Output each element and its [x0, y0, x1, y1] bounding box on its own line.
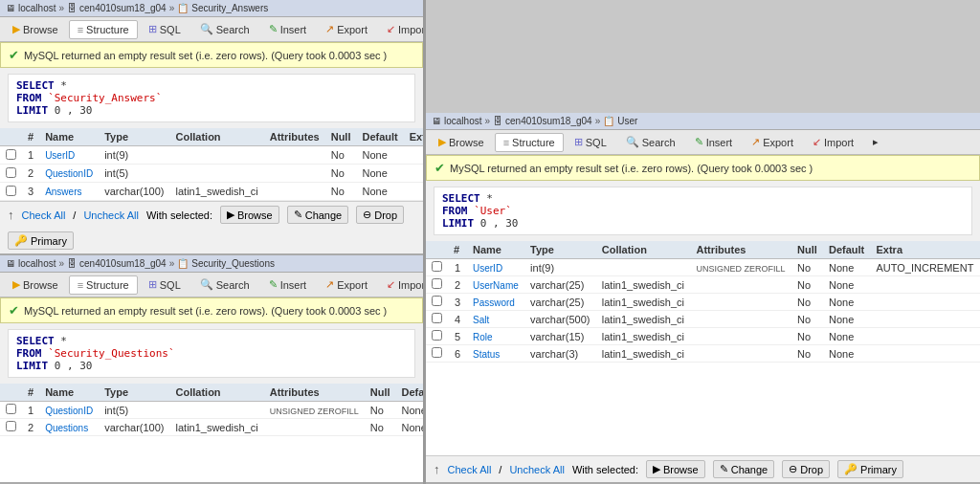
tab-insert-user[interactable]: ✎ Insert	[686, 132, 742, 152]
tab-sql-sq[interactable]: ⊞ SQL	[140, 275, 189, 295]
import-icon: ↙	[387, 23, 395, 35]
tab-browse-sq[interactable]: ▶ Browse	[4, 275, 67, 295]
structure-icon-user: ≡	[503, 137, 509, 148]
browse-icon: ▶	[12, 23, 20, 35]
uncheck-all-link-user[interactable]: Uncheck All	[509, 464, 564, 475]
insert-icon: ✎	[269, 23, 278, 35]
success-msg-sq: MySQL returned an empty result set (i.e.…	[24, 305, 387, 317]
tab-browse-user[interactable]: ▶ Browse	[430, 132, 493, 152]
search-icon-sq: 🔍	[200, 278, 213, 291]
tab-import-sq[interactable]: ↙ Import	[378, 275, 426, 295]
footer-change-btn-user[interactable]: ✎ Change	[713, 460, 775, 478]
with-selected-label-sa: With selected:	[146, 209, 212, 221]
row-checkbox-sq-2[interactable]	[6, 421, 16, 431]
table-row: 1 UserID int(9) No None ✎ Change ⊖	[0, 146, 423, 165]
row-checkbox-u1[interactable]	[432, 261, 442, 272]
footer-drop-btn-user[interactable]: ⊖ Drop	[782, 460, 830, 478]
footer-primary-btn-sa[interactable]: 🔑 Primary	[8, 231, 74, 250]
uncheck-all-link-sa[interactable]: Uncheck All	[83, 209, 138, 221]
browse-btn-icon: ▶	[227, 209, 234, 221]
table-section-sq: # Name Type Collation Attributes Null De…	[0, 384, 423, 482]
footer-primary-btn-user[interactable]: 🔑 Primary	[837, 460, 903, 478]
server-icon: 🖥	[6, 3, 15, 13]
row-name-u6: Status	[467, 345, 524, 363]
browse-btn-icon-user: ▶	[653, 463, 660, 475]
check-icon-sa: ✔	[9, 48, 19, 62]
row-num-u3: 3	[448, 294, 467, 311]
sql-block-sa: SELECT * FROM `Security_Answers` LIMIT 0…	[8, 74, 415, 122]
tab-sql-label-sq: SQL	[160, 279, 181, 291]
tab-insert-sq[interactable]: ✎ Insert	[260, 275, 316, 295]
tab-structure-user[interactable]: ≡ Structure	[495, 133, 564, 152]
check-all-link-user[interactable]: Check All	[448, 464, 492, 475]
row-checkbox-3[interactable]	[6, 186, 16, 196]
tab-import-user[interactable]: ↙ Import	[804, 132, 862, 152]
tab-structure-sq[interactable]: ≡ Structure	[69, 275, 138, 295]
row-num-3: 3	[22, 183, 39, 201]
footer-change-btn-sa[interactable]: ✎ Change	[287, 206, 349, 224]
tab-export-sq[interactable]: ↗ Export	[317, 275, 376, 295]
check-all-link-sa[interactable]: Check All	[22, 209, 66, 221]
sql-icon: ⊞	[148, 23, 157, 35]
footer-drop-btn-sa[interactable]: ⊖ Drop	[356, 206, 404, 224]
primary-btn-icon-user: 🔑	[844, 463, 858, 475]
row-attributes-u6	[691, 345, 792, 363]
tab-bar-user: ▶ Browse ≡ Structure ⊞ SQL 🔍 Search ✎ In…	[426, 130, 980, 155]
row-num-u1: 1	[448, 259, 467, 276]
row-checkbox-u4[interactable]	[432, 313, 442, 323]
row-type-u3: varchar(25)	[524, 294, 596, 311]
row-null-sq-1: No	[365, 402, 396, 419]
tab-browse-sa[interactable]: ▶ Browse	[4, 19, 67, 39]
tab-export-user[interactable]: ↗ Export	[743, 132, 802, 152]
panel-user: 🖥 localhost » 🗄 cen4010sum18_g04 » 📋 Use…	[426, 113, 980, 484]
tab-import-label: Import	[398, 24, 426, 35]
tab-search-sa[interactable]: 🔍 Search	[191, 19, 258, 39]
panel-security-answers: 🖥 localhost » 🗄 cen4010sum18_g04 » 📋 Sec…	[0, 0, 423, 255]
row-collation-u1	[596, 259, 691, 276]
col-type-header-user: Type	[524, 241, 596, 259]
row-checkbox-u5[interactable]	[432, 330, 442, 341]
export-icon: ↗	[325, 23, 334, 35]
structure-icon: ≡	[78, 24, 83, 35]
tab-sql-label-user: SQL	[586, 137, 607, 148]
tab-sql-sa[interactable]: ⊞ SQL	[140, 19, 189, 39]
sql-line1-sq: SELECT *	[16, 335, 407, 347]
sql-line3-sa: LIMIT 0 , 30	[16, 104, 407, 117]
check-icon-user: ✔	[434, 161, 445, 175]
footer-browse-btn-user[interactable]: ▶ Browse	[646, 460, 705, 478]
sql-line1-user: SELECT *	[442, 192, 964, 205]
row-default-u4: None	[823, 311, 871, 328]
breadcrumb-server: localhost	[18, 3, 56, 13]
tab-more-user[interactable]: ▸	[864, 132, 887, 152]
row-name-u4: Salt	[467, 311, 524, 328]
row-checkbox-1[interactable]	[6, 149, 16, 160]
table-header-user: # Name Type Collation Attributes Null De…	[426, 241, 980, 259]
col-name-header: Name	[39, 128, 99, 146]
tab-insert-sa[interactable]: ✎ Insert	[260, 19, 316, 39]
footer-browse-btn-sa[interactable]: ▶ Browse	[220, 206, 279, 224]
row-checkbox-2[interactable]	[6, 167, 16, 178]
row-checkbox-u3[interactable]	[432, 296, 442, 306]
tab-import-sa[interactable]: ↙ Import	[378, 19, 426, 39]
success-msg-user: MySQL returned an empty result set (i.e.…	[450, 163, 813, 174]
row-extra-u1: AUTO_INCREMENT	[871, 259, 981, 276]
insert-icon-user: ✎	[695, 136, 703, 148]
sql-block-sq: SELECT * FROM `Security_Questions` LIMIT…	[8, 329, 415, 378]
row-extra-u5	[871, 328, 981, 345]
row-num-u6: 6	[448, 345, 467, 363]
row-checkbox-u2[interactable]	[432, 278, 442, 289]
more-icon-user: ▸	[873, 136, 879, 148]
tab-search-sq[interactable]: 🔍 Search	[191, 275, 258, 295]
row-null-u6: No	[791, 345, 823, 363]
row-checkbox-u6[interactable]	[432, 347, 442, 358]
tab-export-sa[interactable]: ↗ Export	[317, 19, 376, 39]
tab-sql-user[interactable]: ⊞ SQL	[566, 132, 615, 152]
row-num-sq-2: 2	[22, 419, 39, 436]
sql-line3-user: LIMIT 0 , 30	[442, 217, 964, 230]
table-row: 1 QuestionID int(5) UNSIGNED ZEROFILL No…	[0, 402, 423, 419]
tab-search-user[interactable]: 🔍 Search	[617, 132, 684, 152]
row-type-u1: int(9)	[524, 259, 596, 276]
row-checkbox-sq-1[interactable]	[6, 404, 16, 414]
tab-structure-sa[interactable]: ≡ Structure	[69, 20, 138, 39]
row-collation-sq-1	[170, 402, 264, 419]
